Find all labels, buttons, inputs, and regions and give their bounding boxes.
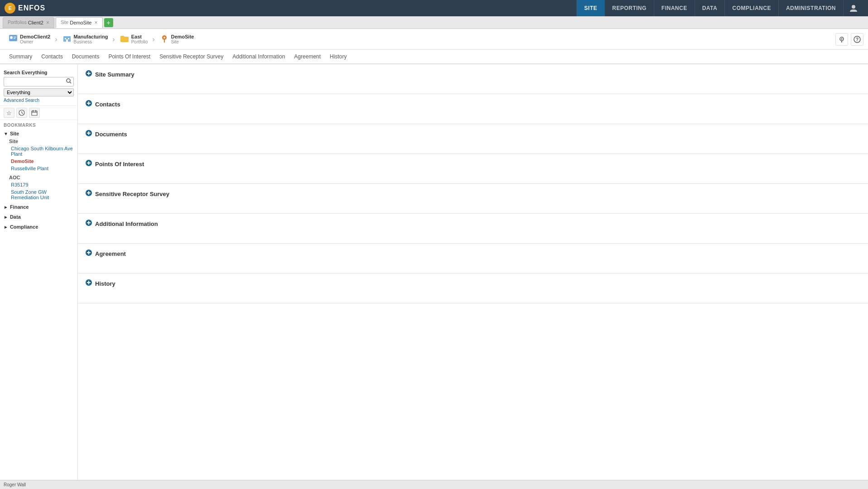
section-header-documents[interactable]: Documents (85, 129, 861, 139)
section-tab-history[interactable]: History (325, 50, 351, 64)
section-expand-icon-sensitive-receptor-survey (85, 189, 92, 198)
breadcrumb-portfolios[interactable]: DemoClient2 Owner (5, 33, 54, 45)
finance-group-label: Finance (10, 204, 29, 210)
site-group-toggle[interactable]: ▼ Site (0, 129, 77, 138)
section-header-site-summary[interactable]: Site Summary (85, 70, 861, 79)
logo-icon: E (5, 3, 15, 14)
search-title: Search Everything (4, 70, 74, 75)
section-header-history[interactable]: History (85, 279, 861, 288)
nav-item-finance[interactable]: FINANCE (654, 0, 695, 16)
sidebar: Search Everything EverythingSitesContact… (0, 64, 78, 489)
svg-text:E: E (9, 6, 12, 11)
svg-rect-8 (65, 38, 66, 39)
help-icon[interactable]: ? (851, 33, 863, 46)
person-icon (8, 33, 18, 45)
nav-item-site[interactable]: SITE (576, 0, 605, 16)
section-header-additional-information[interactable]: Additional Information (85, 219, 861, 228)
tab-bar: PortfoliosClient2×SiteDemoSite×+ (0, 16, 868, 29)
sidebar-group-site: ▼ Site Site Chicago South Kilbourn Ave P… (0, 129, 77, 202)
manufacturing-breadcrumb-type: Business (74, 39, 108, 44)
sidebar-icons-row: ☆ (0, 106, 77, 120)
logo-text: ENFOS (18, 4, 45, 12)
section-title-additional-information: Additional Information (95, 221, 158, 227)
section-title-site-summary: Site Summary (95, 71, 134, 78)
section-header-sensitive-receptor-survey[interactable]: Sensitive Receptor Survey (85, 189, 861, 198)
svg-rect-10 (66, 39, 68, 42)
section-title-points-of-interest: Points Of Interest (95, 161, 144, 168)
section-tab-additional-information[interactable]: Additional Information (228, 50, 290, 64)
svg-rect-9 (68, 38, 69, 39)
section-expand-icon-history (85, 279, 92, 288)
section-header-points-of-interest[interactable]: Points Of Interest (85, 159, 861, 168)
footer: Roger Wall (0, 480, 868, 489)
client2-breadcrumb-name: DemoClient2 (20, 34, 50, 39)
section-block-additional-information: Additional Information (78, 214, 868, 244)
sidebar-item-chicago[interactable]: Chicago South Kilbourn Ave Plant (7, 145, 77, 158)
east-breadcrumb-type: Portfolio (131, 39, 148, 44)
section-tab-points-of-interest[interactable]: Points Of Interest (104, 50, 155, 64)
breadcrumb-manufacturing[interactable]: Manufacturing Business (58, 34, 112, 45)
tab-portfolios[interactable]: PortfoliosClient2× (3, 17, 54, 28)
sidebar-group-finance: ► Finance (0, 202, 77, 212)
sidebar-item-russellville[interactable]: Russellville Plant (7, 165, 77, 172)
svg-point-17 (67, 79, 70, 82)
section-expand-icon-site-summary (85, 70, 92, 79)
aoc-subgroup-label: AOC (7, 174, 77, 181)
advanced-search-link[interactable]: Advanced Search (4, 98, 74, 103)
section-title-sensitive-receptor-survey: Sensitive Receptor Survey (95, 191, 169, 197)
site-arrow-icon: ▼ (4, 131, 8, 136)
sidebar-item-r35179[interactable]: R35179 (7, 181, 77, 188)
nav-item-administration[interactable]: ADMINISTRATION (779, 0, 844, 16)
section-block-site-summary: Site Summary (78, 64, 868, 94)
tab-name-portfolios: Client2 (28, 20, 43, 25)
sidebar-group-data: ► Data (0, 212, 77, 222)
search-dropdown[interactable]: EverythingSitesContactsDocuments (4, 88, 74, 96)
nav-item-compliance[interactable]: COMPLIANCE (725, 0, 779, 16)
search-input[interactable] (4, 78, 64, 86)
compliance-group-label: Compliance (10, 224, 38, 230)
breadcrumb-east[interactable]: East Portfolio (116, 34, 152, 45)
section-expand-icon-contacts (85, 100, 92, 109)
east-breadcrumb-name: East (131, 34, 148, 39)
data-arrow-icon: ► (4, 215, 8, 220)
section-tab-sensitive-receptor-survey[interactable]: Sensitive Receptor Survey (155, 50, 228, 64)
section-expand-icon-agreement (85, 249, 92, 258)
section-tab-summary[interactable]: Summary (5, 50, 37, 64)
tab-type-site: Site (61, 20, 68, 25)
section-header-contacts[interactable]: Contacts (85, 100, 861, 109)
site-sub-items: Site Chicago South Kilbourn Ave Plant De… (0, 138, 77, 201)
finance-arrow-icon: ► (4, 205, 8, 210)
nav-item-reporting[interactable]: REPORTING (605, 0, 654, 16)
site-subgroup-label: Site (7, 138, 77, 145)
demosite-breadcrumb-name: DemoSite (171, 34, 194, 39)
compliance-group-toggle[interactable]: ► Compliance (0, 223, 77, 231)
svg-point-14 (841, 38, 843, 39)
calendar-button[interactable] (29, 108, 40, 118)
search-area: Search Everything EverythingSitesContact… (0, 67, 77, 106)
manufacturing-breadcrumb-name: Manufacturing (74, 34, 108, 39)
tab-close-portfolios[interactable]: × (46, 19, 49, 26)
section-tab-contacts[interactable]: Contacts (37, 50, 67, 64)
map-icon[interactable] (835, 33, 848, 46)
breadcrumb-demosite[interactable]: DemoSite Site (156, 34, 198, 45)
data-group-toggle[interactable]: ► Data (0, 213, 77, 221)
sidebar-item-demosite[interactable]: DemoSite (7, 158, 77, 165)
svg-point-4 (10, 36, 13, 39)
search-button[interactable] (64, 77, 73, 86)
section-header-agreement[interactable]: Agreement (85, 249, 861, 258)
search-input-row (4, 77, 74, 86)
section-tab-agreement[interactable]: Agreement (290, 50, 326, 64)
tab-close-site[interactable]: × (94, 19, 97, 26)
recent-button[interactable] (16, 108, 27, 118)
tab-add-button[interactable]: + (104, 18, 113, 27)
svg-rect-22 (32, 111, 37, 115)
finance-group-toggle[interactable]: ► Finance (0, 203, 77, 211)
user-icon[interactable] (844, 0, 863, 16)
section-tab-documents[interactable]: Documents (67, 50, 104, 64)
sidebar-item-southzone[interactable]: South Zone GW Remediation Unit (7, 188, 77, 201)
section-block-history: History (78, 273, 868, 303)
bookmark-button[interactable]: ☆ (4, 108, 14, 118)
nav-item-data[interactable]: DATA (695, 0, 725, 16)
logo-area: E ENFOS (5, 3, 45, 14)
tab-site[interactable]: SiteDemoSite× (56, 17, 103, 28)
